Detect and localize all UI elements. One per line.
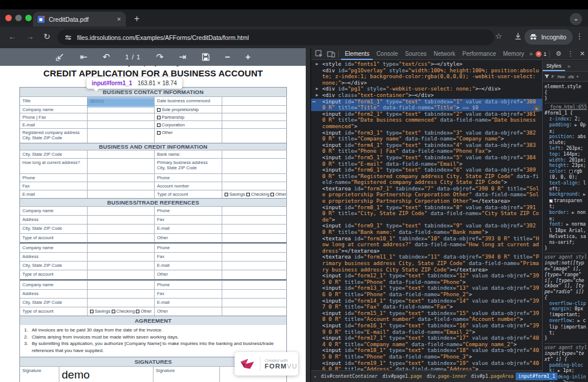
elements-tree-node[interactable]: <input id="form9_1" type="text" tabindex… bbox=[322, 223, 541, 235]
field-label[interactable]: Sole proprietorship bbox=[155, 105, 222, 113]
form-input[interactable] bbox=[222, 252, 287, 261]
form-input[interactable] bbox=[222, 128, 287, 143]
form-input[interactable] bbox=[88, 243, 155, 252]
form-input[interactable] bbox=[88, 224, 155, 233]
form-input[interactable] bbox=[88, 252, 155, 261]
elements-tree-node[interactable]: <input id="form1_1" type="text" tabindex… bbox=[311, 99, 542, 111]
zoom-in-icon[interactable]: + bbox=[245, 48, 250, 66]
form-input[interactable] bbox=[88, 120, 155, 128]
new-tab-button[interactable]: + bbox=[134, 12, 139, 25]
checkbox[interactable] bbox=[225, 193, 228, 196]
filter-funnel-icon[interactable] bbox=[544, 74, 549, 79]
close-window-button[interactable] bbox=[5, 15, 12, 21]
elements-tree-node[interactable]: ▶<div class="text-container">⋯</div> bbox=[322, 92, 541, 99]
form-input[interactable]: Savings Checking Other bbox=[88, 307, 155, 316]
signature-value[interactable]: demo bbox=[59, 366, 153, 382]
form-input[interactable] bbox=[88, 206, 155, 215]
zoom-window-button[interactable] bbox=[25, 15, 32, 21]
checkbox[interactable] bbox=[136, 310, 139, 313]
download-icon[interactable] bbox=[514, 32, 522, 41]
field-label[interactable]: Partnership bbox=[155, 113, 222, 120]
filter-placeholder[interactable]: F bbox=[552, 74, 554, 79]
elements-tree-node[interactable]: <input id="form15_1" type="text" tabinde… bbox=[322, 310, 541, 323]
more-tabs-icon[interactable]: » bbox=[528, 48, 535, 59]
form-input[interactable] bbox=[222, 96, 287, 105]
form-input[interactable] bbox=[222, 113, 287, 120]
form-input[interactable] bbox=[88, 128, 155, 143]
elements-tree-node[interactable]: ▶<div id="pg1" style="-webkit-user-selec… bbox=[322, 86, 541, 92]
devtools-menu-icon[interactable]: ⋮ bbox=[564, 50, 577, 58]
elements-tree-node[interactable]: <input id="form5_1" type="text" tabindex… bbox=[322, 155, 541, 167]
inspect-element-icon[interactable] bbox=[315, 50, 323, 58]
checkbox[interactable] bbox=[157, 108, 161, 112]
form-input[interactable] bbox=[88, 280, 155, 289]
form-input[interactable] bbox=[222, 150, 287, 158]
stylesheet-link[interactable]: form.html:655 bbox=[544, 105, 587, 110]
formvu-badge[interactable]: Created with FORMVU bbox=[235, 352, 298, 376]
form-input[interactable] bbox=[88, 173, 155, 182]
form-input[interactable] bbox=[88, 190, 155, 198]
save-icon[interactable] bbox=[202, 53, 210, 61]
field-label[interactable]: Corporation bbox=[155, 120, 222, 128]
elements-tree-node[interactable]: <input id="form2_1" type="text" tabindex… bbox=[322, 111, 541, 130]
field-label[interactable]: Other bbox=[155, 128, 222, 143]
browser-menu-icon[interactable]: ⋮ bbox=[576, 32, 583, 41]
form-input[interactable]: Savings Checking Other bbox=[222, 190, 287, 198]
form-input[interactable] bbox=[88, 182, 155, 190]
last-page-icon[interactable]: ⇥ bbox=[179, 48, 186, 66]
devtools-tab-elements[interactable]: Elements bbox=[341, 48, 373, 60]
toggle-classes[interactable]: .cls bbox=[567, 74, 574, 79]
form-input[interactable] bbox=[88, 261, 155, 270]
crumbs-scroll-left-icon[interactable]: ◂ bbox=[311, 374, 319, 379]
crumbs-scroll-right-icon[interactable]: ▸ bbox=[557, 374, 565, 379]
elements-tree-node[interactable]: <input id="form8_1" type="text" tabindex… bbox=[322, 205, 541, 223]
form-input[interactable] bbox=[88, 215, 155, 224]
elements-tree-node[interactable]: <input id="form13_1" type="text" tabinde… bbox=[322, 285, 541, 297]
form-input[interactable] bbox=[88, 298, 155, 307]
export-icon[interactable] bbox=[55, 52, 65, 62]
elements-tree-node[interactable]: <input id="form14_1" type="text" tabinde… bbox=[322, 298, 541, 310]
checkbox[interactable] bbox=[157, 131, 161, 135]
next-page-icon[interactable]: ↷ bbox=[156, 48, 163, 66]
form-input[interactable] bbox=[222, 173, 287, 182]
elements-tree-node[interactable]: <input id="form18_1" type="text" tabinde… bbox=[322, 347, 541, 360]
form-input[interactable] bbox=[222, 120, 287, 128]
form-input[interactable] bbox=[222, 261, 287, 270]
elements-tree-node[interactable]: <div id="pg1Overlay" style="width:100%; … bbox=[322, 68, 541, 86]
form-input[interactable] bbox=[222, 280, 287, 289]
style-rule[interactable]: user agent stylesheetinput:not([type="im… bbox=[544, 253, 587, 344]
site-info-icon[interactable] bbox=[65, 34, 72, 41]
devtools-tab-console[interactable]: Console bbox=[373, 48, 402, 60]
form-input[interactable] bbox=[222, 158, 287, 173]
elements-tree-node[interactable]: <input id="form12_1" type="text" tabinde… bbox=[322, 273, 541, 285]
breadcrumb-item[interactable]: input#form1_1 bbox=[516, 373, 557, 380]
checkbox[interactable] bbox=[246, 193, 250, 196]
style-rule[interactable]: element.style{} bbox=[544, 83, 587, 103]
toggle-hover-state[interactable]: :hov bbox=[557, 74, 565, 79]
form-input[interactable] bbox=[88, 233, 155, 242]
elements-tree-node[interactable]: <textarea id="form7_1" tabindex="7" data… bbox=[322, 186, 541, 205]
elements-tree-node[interactable]: <input id="form6_1" type="text" tabindex… bbox=[322, 167, 541, 186]
form-input[interactable] bbox=[88, 289, 155, 298]
form-input[interactable] bbox=[222, 182, 287, 190]
devtools-tab-network[interactable]: Network bbox=[430, 48, 459, 60]
styles-more-tabs-icon[interactable]: » bbox=[567, 63, 570, 69]
breadcrumb-item[interactable]: div#page1.page bbox=[380, 373, 424, 380]
devtools-tab-memory[interactable]: Memory bbox=[499, 48, 527, 60]
error-badge[interactable]: ✕ 1 bbox=[536, 51, 546, 57]
devtools-settings-icon[interactable]: ⚙ bbox=[553, 50, 564, 58]
zoom-out-icon[interactable]: − bbox=[225, 48, 230, 66]
tab-search-chevron-icon[interactable]: ⌄ bbox=[570, 13, 582, 25]
breadcrumb-item[interactable]: div#p1.pageArea bbox=[469, 373, 516, 380]
address-bar[interactable]: files.idrsolutions.com/Examples/AFForms/… bbox=[58, 29, 494, 45]
devtools-close-icon[interactable]: ✕ bbox=[577, 50, 588, 58]
forward-icon[interactable]: → bbox=[26, 32, 34, 41]
form-input[interactable] bbox=[88, 158, 155, 173]
elements-tree-node[interactable]: <textarea id="form10_1" tabindex="10" da… bbox=[322, 236, 541, 254]
form-input[interactable] bbox=[222, 243, 287, 252]
checkbox[interactable] bbox=[270, 193, 274, 196]
tab-styles[interactable]: Styles bbox=[543, 61, 565, 71]
checkbox[interactable] bbox=[90, 310, 93, 313]
elements-tree-node[interactable]: <input id="form4_1" type="text" tabindex… bbox=[322, 142, 541, 155]
breadcrumb-item[interactable]: div#contentContainer bbox=[319, 373, 380, 380]
